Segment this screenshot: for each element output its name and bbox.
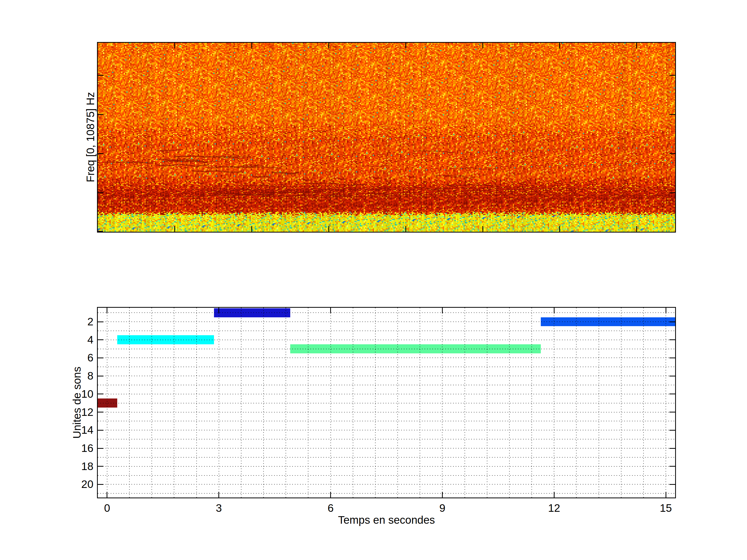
y-tick-label: 2 <box>42 315 93 328</box>
x-tick-label: 9 <box>427 502 458 514</box>
spectrogram-plot <box>97 42 676 233</box>
spectrogram-ylabel: Freq [0, 10875] Hz <box>83 59 98 215</box>
x-axis-tick <box>107 492 107 498</box>
spectrogram-x-tick-top <box>251 43 252 49</box>
y-axis-tick-right <box>669 357 675 358</box>
y-axis-tick-right <box>669 376 675 376</box>
spectrogram-x-tick <box>251 226 252 232</box>
y-tick-label: 4 <box>42 333 93 347</box>
grid-line-horizontal <box>98 439 675 439</box>
x-axis-tick-top <box>554 308 555 314</box>
x-axis-tick-top <box>442 308 443 314</box>
y-tick-label: 16 <box>42 442 93 455</box>
spectrogram-y-tick-right <box>669 114 675 115</box>
y-tick-label: 14 <box>42 423 93 437</box>
x-axis-tick <box>554 492 555 498</box>
spectrogram-x-tick <box>328 226 329 232</box>
y-tick-label: 20 <box>42 478 93 491</box>
spectrogram-x-tick <box>559 226 560 232</box>
x-axis-tick-top <box>666 308 666 314</box>
y-tick-label: 6 <box>42 351 93 365</box>
y-axis-tick-right <box>669 484 675 485</box>
y-axis-tick <box>98 321 103 322</box>
grid-line-horizontal <box>98 340 675 340</box>
spectrogram-y-tick-right <box>669 75 675 76</box>
y-axis-tick <box>98 357 103 358</box>
spectrogram-x-tick <box>405 226 406 232</box>
x-axis-tick-top <box>107 308 107 314</box>
y-axis-tick <box>98 394 103 394</box>
spectrogram-y-tick <box>98 114 103 115</box>
grid-line-horizontal <box>98 448 675 449</box>
x-tick-label: 6 <box>315 502 346 514</box>
spectrogram-y-tick <box>98 75 103 76</box>
grid-line-horizontal <box>98 385 675 385</box>
grid-line-horizontal <box>98 330 675 331</box>
x-axis-tick <box>666 492 666 498</box>
y-tick-label: 10 <box>42 387 93 401</box>
spectrogram-x-tick-top <box>636 43 637 49</box>
grid-line-horizontal <box>98 349 675 349</box>
x-tick-label: 15 <box>650 502 681 514</box>
spectrogram-y-tick <box>98 153 103 154</box>
grid-line-horizontal <box>98 321 675 322</box>
y-axis-tick-right <box>669 321 675 322</box>
spectrogram-x-tick-top <box>174 43 175 49</box>
spectrogram-y-tick <box>98 192 103 193</box>
y-axis-tick <box>98 484 103 485</box>
grid-line-horizontal <box>98 394 675 394</box>
grid-line-horizontal <box>98 367 675 367</box>
y-tick-label: 8 <box>42 369 93 383</box>
spectrogram-y-tick-right <box>669 192 675 193</box>
spectrogram-y-tick-right <box>669 153 675 154</box>
y-axis-tick-right <box>669 448 675 449</box>
spectrogram-x-tick <box>174 226 175 232</box>
spectrogram-x-tick-top <box>483 43 483 49</box>
y-tick-label: 18 <box>42 460 93 473</box>
grid-line-horizontal <box>98 466 675 466</box>
spectrogram-x-tick-top <box>559 43 560 49</box>
grid-line-horizontal <box>98 430 675 430</box>
y-tick-label: 12 <box>42 405 93 419</box>
grid-line-horizontal <box>98 493 675 494</box>
y-axis-tick <box>98 448 103 449</box>
y-axis-tick <box>98 339 103 340</box>
x-axis-tick-top <box>218 308 219 314</box>
grid-line-horizontal <box>98 376 675 376</box>
spectrogram-x-tick <box>636 226 637 232</box>
grid-line-horizontal <box>98 484 675 484</box>
figure: Freq [0, 10875] Hz Unites de sons Temps … <box>0 0 747 560</box>
y-axis-tick <box>98 466 103 466</box>
grid-line-horizontal <box>98 403 675 403</box>
spectrogram-x-tick-top <box>328 43 329 49</box>
grid-line-horizontal <box>98 457 675 458</box>
y-axis-tick <box>98 430 103 431</box>
y-axis-tick-right <box>669 466 675 466</box>
x-tick-label: 0 <box>92 502 123 514</box>
timeline-plot <box>97 307 676 498</box>
grid-line-horizontal <box>98 357 675 358</box>
x-axis-tick <box>330 492 331 498</box>
x-tick-label: 12 <box>538 502 570 514</box>
grid-line-horizontal <box>98 421 675 421</box>
spectrogram-image <box>98 43 675 232</box>
y-axis-tick-right <box>669 394 675 394</box>
y-axis-tick <box>98 376 103 376</box>
grid-line-horizontal <box>98 313 675 313</box>
x-axis-tick <box>442 492 443 498</box>
timeline-xlabel: Temps en secondes <box>296 514 477 527</box>
spectrogram-x-tick-top <box>405 43 406 49</box>
spectrogram-y-tick-zero <box>98 231 103 232</box>
grid-line-horizontal <box>98 475 675 476</box>
x-axis-tick <box>218 492 219 498</box>
spectrogram-x-tick <box>483 226 483 232</box>
x-axis-tick-top <box>330 308 331 314</box>
y-axis-tick-right <box>669 339 675 340</box>
grid-line-horizontal <box>98 412 675 412</box>
x-tick-label: 3 <box>203 502 234 514</box>
y-axis-tick-right <box>669 412 675 412</box>
y-axis-tick-right <box>669 430 675 431</box>
y-axis-tick <box>98 412 103 412</box>
